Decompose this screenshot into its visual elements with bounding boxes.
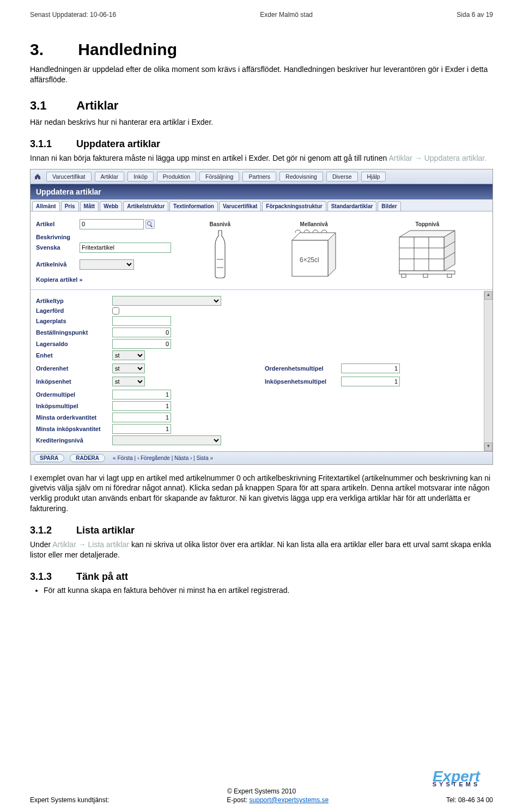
- input-inkopsmultipel[interactable]: [112, 401, 171, 411]
- lbl-artikel: Artikel: [36, 221, 80, 227]
- menu-varucertifikat[interactable]: Varucertifikat: [46, 172, 92, 181]
- tab-bilder[interactable]: Bilder: [378, 201, 400, 211]
- scroll-up-icon[interactable]: ▲: [484, 291, 492, 300]
- tab-textinformation[interactable]: Textinformation: [169, 201, 218, 211]
- input-mininkop[interactable]: [112, 424, 171, 434]
- menu-diverse[interactable]: Diverse: [326, 172, 358, 181]
- lbl-artikelniva: Artikelnivå: [36, 261, 80, 268]
- logo: Expert SYSTEMS: [419, 771, 493, 787]
- bullet-1: För att kunna skapa en faktura behöver n…: [44, 586, 493, 595]
- menu-partners[interactable]: Partners: [242, 172, 276, 181]
- input-lagerplats[interactable]: [112, 316, 171, 326]
- lbl-orderenhet: Orderenhet: [36, 365, 112, 372]
- tab-allmant[interactable]: Allmänt: [32, 201, 60, 211]
- menu-artiklar[interactable]: Artiklar: [95, 172, 125, 181]
- intro-paragraph: Handledningen är uppdelad efter de olika…: [30, 64, 493, 85]
- h1-number: 3.: [30, 40, 74, 59]
- lbl-enhet: Enhet: [36, 352, 112, 359]
- input-lagersaldo[interactable]: [112, 339, 171, 349]
- select-artikelniva[interactable]: [80, 259, 134, 270]
- select-inkopsenhet[interactable]: st: [112, 377, 145, 386]
- lbl-svenska: Svenska: [36, 244, 80, 251]
- spara-button[interactable]: SPARA: [34, 454, 64, 462]
- search-icon[interactable]: [145, 220, 155, 229]
- h3c-title: Tänk på att: [76, 571, 128, 582]
- home-icon[interactable]: [34, 173, 41, 180]
- sixpack-icon: 6×25cl: [290, 229, 338, 278]
- support-email-link[interactable]: support@expertsystems.se: [250, 796, 329, 804]
- input-bestpunkt[interactable]: [112, 328, 171, 337]
- lbl-minorder: Minsta orderkvantitet: [36, 414, 112, 421]
- h2-artiklar: 3.1 Artiklar: [30, 99, 493, 113]
- h3c-number: 3.1.3: [30, 571, 74, 583]
- lbl-lagerplats: Lagerplats: [36, 318, 112, 324]
- input-orderenhetsmultipel[interactable]: [341, 363, 400, 373]
- input-minorder[interactable]: [112, 413, 171, 422]
- lbl-beskrivning: Beskrivning: [36, 234, 172, 240]
- lbl-orderenhetsmultipel: Orderenhetsmultipel: [265, 365, 341, 372]
- menu-forsaljning[interactable]: Försäljning: [199, 172, 239, 181]
- menu-hjalp[interactable]: Hjälp: [361, 172, 386, 181]
- tab-webb[interactable]: Webb: [100, 201, 122, 211]
- radera-button[interactable]: RADERA: [70, 454, 105, 462]
- select-enhet[interactable]: st: [112, 350, 145, 360]
- example-paragraph: I exemplet ovan har vi lagt upp en artik…: [30, 473, 493, 514]
- p3-route-text: Artiklar → Uppdatera artiklar.: [388, 154, 486, 162]
- p5a-text: Under: [30, 540, 52, 549]
- scrollbar[interactable]: ▲ ▼: [484, 291, 492, 451]
- select-orderenhet[interactable]: st: [112, 363, 145, 373]
- svg-rect-4: [399, 237, 444, 271]
- lbl-mininkop: Minsta inköpskvantitet: [36, 426, 112, 432]
- tab-varucertifikat[interactable]: Varucertifikat: [219, 201, 261, 211]
- menu-produktion[interactable]: Produktion: [157, 172, 196, 181]
- page-header: Senast Uppdaterad: 10-06-16 Exder Malmö …: [30, 11, 493, 19]
- input-inkopsenhetsmultipel[interactable]: [341, 377, 400, 386]
- menu-redovisning[interactable]: Redovisning: [279, 172, 323, 181]
- lbl-inkopsmultipel: Inköpsmultipel: [36, 403, 112, 409]
- svg-rect-12: [402, 274, 406, 277]
- app-screenshot: Varucertifikat Artiklar Inköp Produktion…: [30, 169, 493, 465]
- lbl-lagerford: Lagerförd: [36, 307, 112, 314]
- footer-right: Tel: 08-46 34 00: [446, 796, 493, 804]
- lbl-bestpunkt: Beställningspunkt: [36, 329, 112, 336]
- lbl-mellanniva: Mellannivå: [290, 221, 338, 227]
- lbl-kredit: Krediteringsnivå: [36, 437, 112, 444]
- select-artikeltyp[interactable]: [112, 296, 221, 306]
- select-kredit[interactable]: [112, 435, 221, 445]
- h3b-number: 3.1.2: [30, 525, 74, 536]
- svg-rect-13: [423, 274, 428, 277]
- h3-lista: 3.1.2 Lista artiklar: [30, 525, 493, 536]
- link-kopiera-artikel[interactable]: Kopiera artikel »: [36, 276, 83, 283]
- svg-rect-11: [399, 271, 455, 274]
- p5-route-text: Artiklar → Lista artiklar: [52, 540, 129, 549]
- header-center: Exder Malmö stad: [260, 11, 313, 19]
- tab-matt[interactable]: Mått: [80, 201, 99, 211]
- tab-artikelstruktur[interactable]: Artikelstruktur: [123, 201, 168, 211]
- h3-title: Uppdatera artiklar: [76, 138, 160, 149]
- h3-number: 3.1.1: [30, 138, 74, 150]
- tab-standardartiklar[interactable]: Standardartiklar: [327, 201, 377, 211]
- tab-pris[interactable]: Pris: [61, 201, 79, 211]
- menubar: Varucertifikat Artiklar Inköp Produktion…: [31, 169, 492, 184]
- input-ordermultipel[interactable]: [112, 390, 171, 399]
- input-artikel[interactable]: [80, 219, 144, 229]
- record-nav[interactable]: « Första | ‹ Föregående | Nästa › | Sist…: [111, 455, 215, 461]
- lbl-ordermultipel: Ordermultipel: [36, 391, 112, 398]
- menu-inkop[interactable]: Inköp: [127, 172, 154, 181]
- tab-forpackningsstruktur[interactable]: Förpackningsstruktur: [262, 201, 326, 211]
- bottle-icon: [212, 229, 228, 278]
- h1: 3. Handledning: [30, 40, 493, 59]
- uppdatera-paragraph: Innan ni kan börja fakturera måste ni lä…: [30, 153, 493, 163]
- h2-number: 3.1: [30, 99, 74, 113]
- logo-bottom: SYSTEMS: [419, 781, 493, 787]
- lbl-lagersaldo: Lagersaldo: [36, 341, 112, 347]
- bullet-list: För att kunna skapa en faktura behöver n…: [44, 586, 493, 595]
- lbl-inkopsenhet: Inköpsenhet: [36, 378, 112, 385]
- input-beskrivning[interactable]: [80, 243, 171, 253]
- footer-mid: E-post: support@expertsystems.se: [227, 796, 329, 804]
- svg-rect-14: [447, 274, 452, 277]
- svg-text:6×25cl: 6×25cl: [300, 256, 319, 264]
- scroll-down-icon[interactable]: ▼: [484, 443, 492, 451]
- checkbox-lagerford[interactable]: [112, 307, 119, 314]
- p3a-text: Innan ni kan börja fakturera måste ni lä…: [30, 154, 388, 162]
